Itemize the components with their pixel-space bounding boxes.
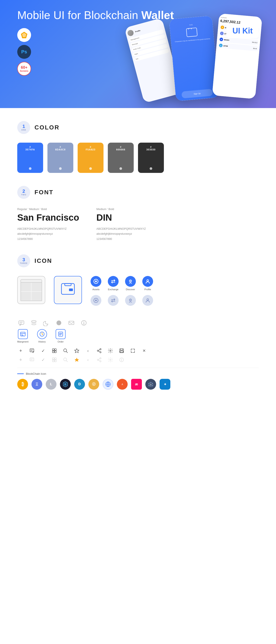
svg-rect-50 (121, 349, 123, 350)
blockchain-header: BlockChain Icon (17, 372, 259, 376)
blackcoin-icon: B (60, 379, 71, 390)
info-gray-icon (118, 356, 125, 363)
svg-point-45 (100, 352, 101, 353)
misc-icons-row (17, 319, 259, 327)
check-gray-icon: ✓ (40, 356, 47, 363)
history-icon (37, 329, 47, 339)
svg-marker-61 (75, 358, 79, 362)
font-san-francisco: Regular ' Medium ' Bold San Francisco AB… (17, 208, 79, 242)
profile-icon (142, 276, 153, 287)
main-content: 1 ONE COLOR # 3574FA # 8DA0C8 # F5A823 #… (0, 121, 276, 390)
svg-rect-58 (55, 360, 56, 362)
stellar-icon: ✦ (159, 379, 170, 390)
svg-rect-20 (69, 321, 74, 324)
svg-line-41 (66, 352, 67, 353)
swatch-orange: # F5A823 (78, 143, 104, 173)
zcash-icon: ⓩ (88, 379, 99, 390)
swatch-dark: # 303030 (138, 143, 164, 173)
settings-gray-icon (107, 356, 114, 363)
font-section-header: 2 TWO FONT (17, 186, 259, 199)
section-num-2: 2 TWO (17, 186, 30, 199)
gnosis-icon (145, 379, 156, 390)
svg-rect-38 (52, 351, 54, 353)
search-gray-icon (62, 356, 69, 363)
wireframe-icons (17, 276, 82, 304)
management-icon (18, 329, 28, 339)
svg-point-19 (56, 320, 61, 325)
chat-icon (17, 319, 25, 327)
dash-icon: Đ (74, 379, 85, 390)
order-icon (56, 329, 66, 339)
litecoin-icon: Ł (46, 379, 56, 390)
save-icon (118, 347, 125, 354)
ethereum-icon: Ξ (31, 379, 42, 390)
svg-rect-56 (55, 358, 56, 360)
discover-icon-item: Discover (125, 276, 136, 291)
section-num-3: 3 THREE (17, 254, 30, 267)
aeternity-icon: æ (131, 379, 142, 390)
svg-point-48 (110, 350, 111, 352)
discover-gray-icon (125, 295, 136, 306)
plus-gray-icon: + (17, 356, 24, 363)
assets-gray-icon (91, 295, 101, 306)
svg-point-67 (110, 359, 111, 360)
discover-icon (125, 276, 136, 287)
icon-title: ICON (34, 258, 52, 264)
message-icon (67, 319, 75, 327)
color-title: COLOR (34, 124, 59, 131)
sketch-badge (17, 28, 31, 42)
svg-rect-36 (52, 349, 54, 350)
mgmt-icons: Mangment History (17, 329, 259, 343)
star-icon (73, 347, 80, 354)
order-icon-item: Order (56, 329, 66, 343)
svg-rect-55 (52, 358, 54, 360)
svg-point-13 (130, 300, 131, 300)
swatch-blue: # 3574FA (17, 143, 43, 173)
small-icons-gray: + ✓ (17, 356, 259, 363)
svg-point-43 (100, 348, 101, 350)
svg-rect-51 (120, 351, 123, 352)
hero-badges: Ps 60+ Screens (17, 28, 259, 76)
svg-rect-57 (52, 360, 54, 362)
svg-rect-3 (65, 284, 71, 286)
svg-text:B: B (64, 383, 66, 386)
svg-rect-15 (19, 321, 24, 324)
ark-icon: Ʌ (117, 379, 128, 390)
gray-nav-icons (91, 295, 153, 306)
svg-rect-4 (69, 288, 73, 291)
svg-point-64 (100, 361, 101, 362)
plus-icon: + (17, 347, 24, 354)
network-icon (103, 379, 113, 390)
hero-section: Mobile UI for Blockchain Wallet UI Kit P… (0, 0, 276, 108)
small-icons-colored: + ✓ (17, 347, 259, 354)
svg-rect-52 (30, 358, 34, 361)
svg-line-46 (99, 350, 100, 350)
hero-title: Mobile UI for Blockchain Wallet (17, 9, 259, 22)
colored-nav-icons: Assets Exchange (91, 276, 153, 312)
svg-rect-37 (55, 349, 56, 350)
svg-point-18 (31, 320, 36, 322)
section-num-1: 1 ONE (17, 121, 30, 134)
info-icon (80, 319, 88, 327)
layers-icon (30, 319, 38, 327)
exchange-icon (108, 276, 119, 287)
svg-line-66 (99, 360, 100, 361)
grid-icon (51, 347, 58, 354)
color-swatches: # 3574FA # 8DA0C8 # F5A823 # 666666 # 30… (17, 143, 259, 173)
photoshop-badge: Ps (17, 45, 31, 59)
color-section-header: 1 ONE COLOR (17, 121, 259, 134)
blockchain-line (17, 374, 24, 374)
share-icon (96, 347, 103, 354)
svg-line-65 (99, 359, 100, 360)
swatch-gray: # 666666 (108, 143, 134, 173)
screens-badge: 60+ Screens (17, 62, 31, 76)
svg-point-62 (100, 358, 101, 359)
svg-rect-39 (55, 351, 56, 353)
star-orange-icon (73, 356, 80, 363)
font-din: Medium ' Bold DIN ABCDEFGHIJKLMNOPQRSTUV… (96, 208, 146, 242)
search-icon (62, 347, 69, 354)
check-icon: ✓ (40, 347, 47, 354)
close-icon: ✕ (140, 347, 147, 354)
svg-point-70 (121, 359, 122, 359)
moon-icon (42, 319, 50, 327)
